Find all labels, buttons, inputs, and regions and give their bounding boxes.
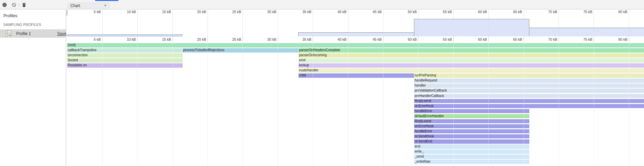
view-mode-dropdown[interactable]: Chart ▼ [68,3,109,8]
flame-bar[interactable]: Reply.send [414,99,644,103]
overview-step[interactable] [414,19,529,36]
flame-bar[interactable]: parserOnIncoming [298,53,644,58]
flame-bar[interactable]: onSendEnd [414,139,529,144]
overview-step[interactable] [529,28,644,36]
flame-bar[interactable]: handleError [414,129,529,134]
ruler-gridline [173,36,173,42]
ruler-label: 10 kB [116,37,136,41]
flame-bar[interactable]: (root) [67,43,644,47]
overview-step[interactable] [67,34,182,37]
flame-bar[interactable]: end [414,144,529,149]
flame-bar[interactable]: processTicksAndRejections [183,48,299,53]
save-link[interactable]: Save [57,31,66,36]
trash-icon[interactable] [22,2,27,7]
ruler-label: 45 kB [362,37,382,41]
ruler-gridline [453,42,454,166]
chevron-down-icon: ▼ [104,4,107,7]
view-mode-label: Chart [70,3,80,8]
record-icon[interactable] [2,3,7,7]
flame-bar[interactable]: emit [298,58,644,63]
ruler-gridline [102,9,103,36]
flame-bar[interactable]: handleRequest [414,78,644,83]
ruler-gridline [559,36,559,42]
ruler-gridline [524,36,524,42]
ruler-gridline [418,42,418,166]
sampling-profiles-section-label: SAMPLING PROFILES [3,23,41,27]
overview-step[interactable] [298,32,414,36]
ruler-gridline [242,36,243,42]
ruler-gridline [488,36,489,42]
ruler-label: 50 kB [396,10,417,14]
ruler-label: 15 kB [151,10,171,14]
ruler-gridline [418,36,418,42]
toolbar: Chart ▼ [0,0,644,9]
profile-name: Profile 1 [16,31,31,36]
flame-bar[interactable]: Reply.send [414,119,529,124]
flame-bar[interactable]: Socket [67,58,182,63]
profile-list-item[interactable]: % Profile 1 Save [0,29,66,38]
flame-bar[interactable]: callbackTrampoline [67,48,182,53]
flame-bar[interactable]: write_ [414,150,529,154]
ruler-gridline [348,42,348,166]
ruler-label: 20 kB [186,37,206,41]
ruler-label: 60 kB [467,37,487,41]
flame-bar[interactable]: onErrorHook [414,124,529,129]
ruler-gridline [242,42,243,166]
ruler-label: 5 kB [81,37,101,41]
flame-bar[interactable]: onconnection [67,53,182,58]
ruler-gridline [242,9,243,36]
flame-bar[interactable]: onErrorHook [414,104,644,108]
flame-bar[interactable]: defaultErrorHandler [414,114,529,119]
ruler-label: 25 kB [221,10,241,14]
selected-tab-indicator [95,0,118,1]
ruler-gridline [102,42,103,166]
ruler-gridline [173,42,173,166]
flame-bar[interactable]: parserOnHeadersComplete [298,48,644,53]
ruler-label: 55 kB [432,37,452,41]
ruler-label: 30 kB [256,10,276,14]
flame-bar[interactable]: preHandlerCallback [414,94,644,98]
ruler-gridline [278,36,278,42]
ruler-gridline [348,36,348,42]
devtools-memory-panel: Chart ▼ Profiles SAMPLING PROFILES % Pro… [0,0,644,166]
ruler-gridline [313,36,313,42]
clear-icon[interactable] [12,3,16,7]
ruler-label: 35 kB [291,37,311,41]
flame-bar[interactable]: _writeRaw [414,160,529,164]
ruler-label: 55 kB [432,10,452,14]
ruler-gridline [137,36,138,42]
ruler-label: 75 kB [572,10,592,14]
ruler-label: 5 kB [81,10,101,14]
ruler-gridline [629,42,629,166]
flame-bar[interactable]: handler [414,84,644,88]
flame-bar[interactable]: child [298,73,414,78]
ruler-label: 65 kB [502,37,522,41]
ruler-gridline [207,36,208,42]
ruler-label: 35 kB [291,10,311,14]
ruler-gridline [559,42,559,166]
ruler-label: 80 kB [607,10,628,14]
flame-bar[interactable]: preValidationCallback [414,89,644,93]
ruler-label: 40 kB [327,10,347,14]
ruler-label: 45 kB [362,10,382,14]
sidebar: Profiles SAMPLING PROFILES % Profile 1 S… [0,9,66,166]
flame-bar[interactable]: onSendHook [414,134,529,139]
ruler-label: 50 kB [396,37,417,41]
ruler-gridline [102,36,103,42]
flame-bar[interactable]: runPreParsing [414,73,644,78]
profile-icon: % [6,30,11,37]
toolbar-separator [19,3,19,7]
ruler-label: 80 kB [607,37,628,41]
flame-bar[interactable]: lookup [298,63,644,68]
flame-bar[interactable]: _send [414,155,529,159]
ruler-gridline [594,36,594,42]
ruler-gridline [383,36,383,42]
flame-bar[interactable]: routeHandler [298,68,644,73]
ruler-label: 60 kB [467,10,487,14]
ruler-label: 40 kB [327,37,347,41]
ruler-gridline [453,36,454,42]
flame-bar[interactable]: Readable.on [67,63,182,68]
flame-bar[interactable]: handleError [414,109,529,113]
ruler-label: 75 kB [572,37,592,41]
ruler-gridline [383,42,383,166]
